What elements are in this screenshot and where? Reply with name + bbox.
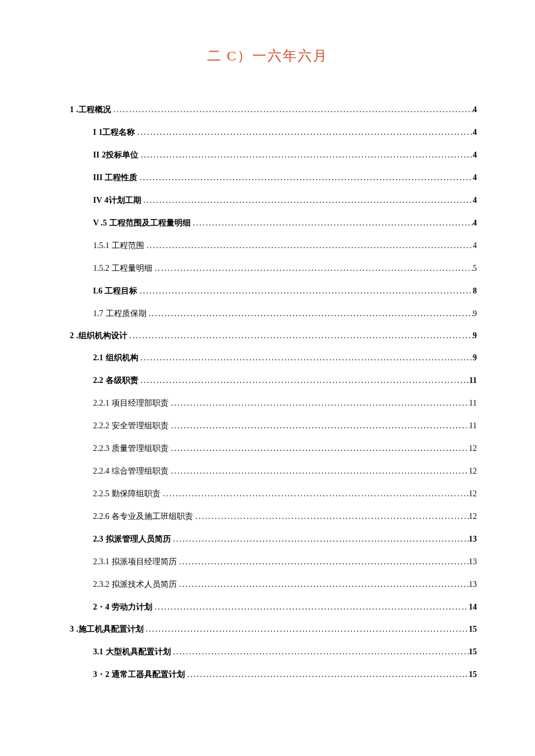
- toc-entry-number: 2: [70, 326, 74, 346]
- toc-entry-number: 2.1: [93, 347, 104, 368]
- toc-entry-label: 勤保障组职责: [109, 483, 160, 504]
- toc-entry: 2.1 组织机构9: [93, 347, 477, 368]
- toc-entry: L6 工程目标8: [93, 281, 477, 301]
- toc-entry-page: 9: [473, 326, 477, 346]
- toc-leader-dots: [191, 213, 473, 233]
- toc-entry-number: II: [93, 145, 99, 165]
- toc-entry-label: 工程性质: [102, 167, 137, 188]
- toc-leader-dots: [185, 664, 469, 685]
- toc-entry-number: 3.1: [93, 642, 104, 662]
- toc-leader-dots: [127, 326, 473, 346]
- toc-leader-dots: [169, 393, 469, 413]
- toc-entry-page: 15: [469, 642, 477, 662]
- toc-leader-dots: [177, 574, 469, 594]
- toc-entry: IV 4计划工期4: [93, 190, 477, 210]
- toc-entry-label: 1工程名称: [96, 122, 135, 142]
- toc-leader-dots: [169, 438, 469, 458]
- toc-entry-label: 组织机构: [104, 347, 138, 368]
- toc-entry-label: 拟派项目经理简历: [109, 551, 177, 572]
- toc-entry-page: 12: [469, 438, 477, 458]
- toc-entry-number: 2・4: [93, 597, 109, 617]
- toc-leader-dots: [141, 190, 473, 210]
- toc-entry-number: 2.2.2: [93, 415, 109, 436]
- toc-entry-label: 质量管理组职责: [109, 438, 169, 458]
- toc-entry-label: 各级职责: [104, 370, 138, 390]
- toc-entry-number: 2.2.6: [93, 506, 109, 526]
- toc-entry-page: 4: [473, 167, 477, 188]
- toc-entry: 2.2.6 各专业及施工班组职责12: [93, 506, 477, 526]
- toc-entry-number: III: [93, 167, 102, 188]
- toc-entry-page: 13: [469, 551, 477, 572]
- toc-leader-dots: [138, 347, 473, 368]
- toc-entry-number: 2.2: [93, 370, 104, 390]
- toc-entry: 2.3.1 拟派项目经理简历13: [93, 551, 477, 572]
- toc-leader-dots: [169, 415, 469, 436]
- toc-entry-number: 1.7: [93, 303, 104, 324]
- toc-entry-label: 安全管理组职责: [109, 415, 169, 436]
- toc-entry-label: .组织机构设计: [74, 326, 127, 346]
- toc-entry-page: 12: [469, 461, 477, 481]
- toc-entry-label: 工程范围及工程量明细: [107, 213, 191, 233]
- toc-entry: 2.2.3 质量管理组职责12: [93, 438, 477, 458]
- toc-entry-number: 1: [70, 100, 74, 120]
- toc-entry-number: 2.2.3: [93, 438, 109, 458]
- toc-entry-label: 工程质保期: [104, 303, 147, 324]
- toc-leader-dots: [152, 258, 473, 278]
- toc-entry-label: 工程范围: [109, 235, 144, 256]
- toc-entry: V .5 工程范围及工程量明细4: [93, 213, 477, 233]
- toc-entry-page: 4: [473, 190, 477, 210]
- toc-entry: 2.3 拟派管理人员简历13: [93, 529, 477, 549]
- toc-entry: 2 .组织机构设计9: [70, 326, 477, 346]
- toc-leader-dots: [137, 167, 473, 188]
- toc-entry-label: 各专业及施工班组职责: [109, 506, 193, 526]
- toc-leader-dots: [135, 122, 473, 142]
- toc-entry-label: 4计划工期: [102, 190, 141, 210]
- toc-entry-label: 拟派技术人员简历: [109, 574, 177, 594]
- toc-entry-page: 14: [469, 597, 477, 617]
- toc-entry: 3.1 大型机具配置计划15: [93, 642, 477, 662]
- toc-leader-dots: [169, 461, 469, 481]
- toc-entry-label: 劳动力计划: [109, 597, 152, 617]
- toc-entry: 2.2 各级职责11: [93, 370, 477, 390]
- toc-entry: II 2投标单位4: [93, 145, 477, 165]
- toc-entry-label: 综合管理组职责: [109, 461, 169, 481]
- toc-entry-number: IV: [93, 190, 102, 210]
- toc-leader-dots: [152, 597, 469, 617]
- toc-leader-dots: [137, 281, 473, 301]
- toc-entry: 2.2.2 安全管理组职责11: [93, 415, 477, 436]
- toc-entry-page: 9: [473, 347, 477, 368]
- toc-entry-number: V .5: [93, 213, 107, 233]
- toc-entry-label: 大型机具配置计划: [104, 642, 171, 662]
- toc-leader-dots: [147, 303, 473, 324]
- toc-entry-number: 1.5.2: [93, 258, 109, 278]
- toc-entry-number: 2.2.1: [93, 393, 109, 413]
- toc-entry-page: 13: [469, 574, 477, 594]
- toc-entry: 1.5.2 工程量明细5: [93, 258, 477, 278]
- toc-entry: 1.7 工程质保期9: [93, 303, 477, 324]
- toc-entry: 2.2.1 项目经理部职责11: [93, 393, 477, 413]
- toc-entry-page: 4: [473, 213, 477, 233]
- toc-entry-page: 9: [473, 303, 477, 324]
- toc-entry-number: 2.3.2: [93, 574, 109, 594]
- toc-entry: 2.2.5 勤保障组职责12: [93, 483, 477, 504]
- toc-entry-page: 4: [473, 145, 477, 165]
- toc-entry: 3 .施工机具配置计划15: [70, 619, 477, 639]
- toc-entry-page: 11: [469, 370, 477, 390]
- toc-leader-dots: [144, 619, 469, 639]
- toc-entry: 2・4 劳动力计划14: [93, 597, 477, 617]
- toc-entry: I 1工程名称4: [93, 122, 477, 142]
- table-of-contents: 1 .工程概况4I 1工程名称4II 2投标单位4III 工程性质4IV 4计划…: [58, 100, 477, 685]
- toc-leader-dots: [138, 370, 469, 390]
- toc-entry-number: 2.3: [93, 529, 104, 549]
- toc-leader-dots: [138, 145, 473, 165]
- toc-leader-dots: [160, 483, 469, 504]
- toc-entry-label: 工程量明细: [109, 258, 152, 278]
- toc-entry-page: 8: [473, 281, 477, 301]
- toc-leader-dots: [144, 235, 473, 256]
- document-page: 二 C）一六年六月 1 .工程概况4I 1工程名称4II 2投标单位4III 工…: [0, 0, 535, 756]
- toc-entry-page: 4: [473, 235, 477, 256]
- document-title: 二 C）一六年六月: [58, 46, 477, 65]
- toc-entry: 2.3.2 拟派技术人员简历13: [93, 574, 477, 594]
- toc-leader-dots: [111, 100, 473, 120]
- toc-entry-page: 13: [469, 529, 477, 549]
